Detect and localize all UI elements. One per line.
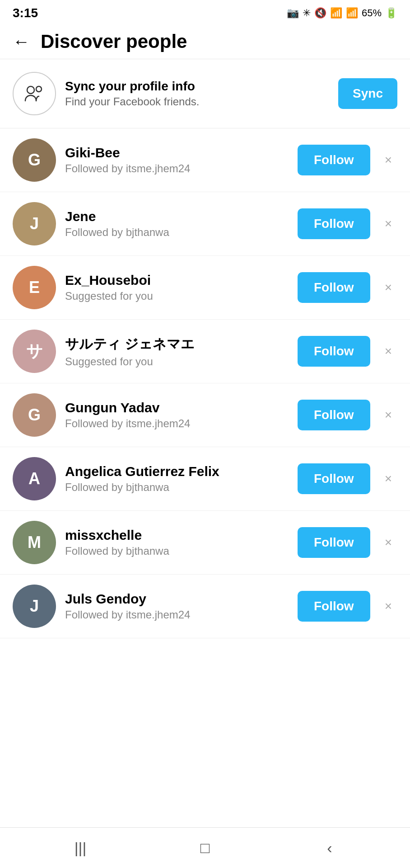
wifi-icon: 📶 <box>330 7 342 19</box>
person-info: Giki-BeeFollowed by itsme.jhem24 <box>65 145 289 175</box>
avatar: J <box>13 202 56 245</box>
person-row: JJuls GendoyFollowed by itsme.jhem24Foll… <box>0 575 410 638</box>
person-name: Giki-Bee <box>65 145 289 160</box>
home-nav-button[interactable]: □ <box>187 835 223 862</box>
person-sub: Followed by bjthanwa <box>65 545 289 557</box>
dismiss-button[interactable]: × <box>379 149 397 171</box>
follow-button[interactable]: Follow <box>298 145 370 175</box>
person-name: Gungun Yadav <box>65 400 289 415</box>
people-sync-icon <box>23 82 46 105</box>
person-name: Juls Gendoy <box>65 591 289 607</box>
person-info: JeneFollowed by bjthanwa <box>65 209 289 239</box>
person-row: GGiki-BeeFollowed by itsme.jhem24Follow× <box>0 128 410 192</box>
person-sub: Followed by itsme.jhem24 <box>65 417 289 430</box>
person-info: Angelica Gutierrez FelixFollowed by bjth… <box>65 464 289 494</box>
person-sub: Followed by itsme.jhem24 <box>65 609 289 621</box>
person-row: AAngelica Gutierrez FelixFollowed by bjt… <box>0 447 410 511</box>
person-info: Juls GendoyFollowed by itsme.jhem24 <box>65 591 289 621</box>
svg-point-0 <box>27 86 34 94</box>
dismiss-button[interactable]: × <box>379 595 397 617</box>
status-icons: 📷 ✳ 🔇 📶 📶 65% 🔋 <box>287 7 397 19</box>
page-title: Discover people <box>41 31 187 52</box>
avatar: J <box>13 585 56 628</box>
dismiss-button[interactable]: × <box>379 213 397 235</box>
dismiss-button[interactable]: × <box>379 468 397 490</box>
battery-icon: 🔋 <box>385 7 397 19</box>
avatar: G <box>13 138 56 182</box>
avatar: M <box>13 521 56 564</box>
avatar: サ <box>13 330 56 373</box>
person-info: サルティ ジェネマエSuggested for you <box>65 335 289 368</box>
bottom-nav: ||| □ ‹ <box>0 827 410 868</box>
header: ← Discover people <box>0 24 410 59</box>
sync-subtitle: Find your Facebook friends. <box>65 95 329 108</box>
person-sub: Suggested for you <box>65 290 289 302</box>
person-info: Gungun YadavFollowed by itsme.jhem24 <box>65 400 289 430</box>
person-row: JJeneFollowed by bjthanwaFollow× <box>0 192 410 256</box>
follow-button[interactable]: Follow <box>298 527 370 558</box>
people-list: GGiki-BeeFollowed by itsme.jhem24Follow×… <box>0 128 410 827</box>
person-sub: Followed by bjthanwa <box>65 226 289 239</box>
back-button[interactable]: ← <box>13 33 30 50</box>
battery-text: 65% <box>362 7 382 19</box>
menu-nav-button[interactable]: ||| <box>62 835 98 862</box>
camera-icon: 📷 <box>287 7 299 19</box>
avatar: E <box>13 266 56 309</box>
person-row: ササルティ ジェネマエSuggested for youFollow× <box>0 320 410 383</box>
dismiss-button[interactable]: × <box>379 340 397 362</box>
dismiss-button[interactable]: × <box>379 277 397 298</box>
sync-text: Sync your profile info Find your Faceboo… <box>65 79 329 108</box>
dismiss-button[interactable]: × <box>379 532 397 553</box>
follow-button[interactable]: Follow <box>298 272 370 303</box>
person-row: EEx_HouseboiSuggested for youFollow× <box>0 256 410 320</box>
status-bar: 3:15 📷 ✳ 🔇 📶 📶 65% 🔋 <box>0 0 410 24</box>
sync-row: Sync your profile info Find your Faceboo… <box>0 59 410 128</box>
follow-button[interactable]: Follow <box>298 463 370 494</box>
sync-title: Sync your profile info <box>65 79 329 94</box>
person-name: missxchelle <box>65 528 289 543</box>
person-sub: Followed by bjthanwa <box>65 481 289 494</box>
sync-icon-circle <box>13 72 56 115</box>
person-name: Angelica Gutierrez Felix <box>65 464 289 479</box>
svg-point-1 <box>36 86 42 92</box>
status-time: 3:15 <box>13 6 38 20</box>
person-row: GGungun YadavFollowed by itsme.jhem24Fol… <box>0 383 410 447</box>
signal-icon: 📶 <box>346 7 358 19</box>
person-name: Ex_Houseboi <box>65 273 289 288</box>
person-name: Jene <box>65 209 289 224</box>
sync-button[interactable]: Sync <box>338 78 397 109</box>
person-sub: Followed by itsme.jhem24 <box>65 162 289 175</box>
person-sub: Suggested for you <box>65 355 289 368</box>
person-info: missxchelleFollowed by bjthanwa <box>65 528 289 557</box>
dismiss-button[interactable]: × <box>379 404 397 426</box>
avatar: G <box>13 393 56 437</box>
mute-icon: 🔇 <box>314 7 326 19</box>
person-row: MmissxchelleFollowed by bjthanwaFollow× <box>0 511 410 575</box>
person-info: Ex_HouseboiSuggested for you <box>65 273 289 302</box>
follow-button[interactable]: Follow <box>298 400 370 430</box>
back-nav-button[interactable]: ‹ <box>312 835 348 862</box>
avatar: A <box>13 457 56 500</box>
follow-button[interactable]: Follow <box>298 591 370 622</box>
person-name: サルティ ジェネマエ <box>65 335 289 354</box>
follow-button[interactable]: Follow <box>298 336 370 367</box>
bluetooth-icon: ✳ <box>303 7 311 19</box>
follow-button[interactable]: Follow <box>298 208 370 239</box>
